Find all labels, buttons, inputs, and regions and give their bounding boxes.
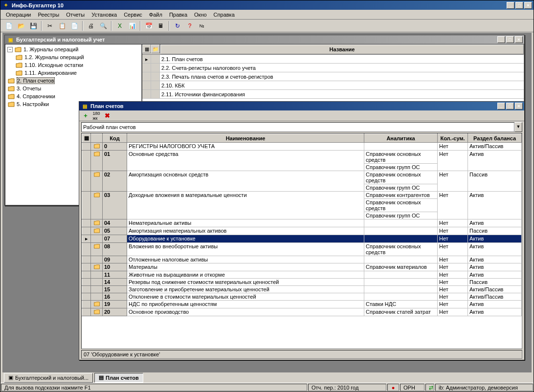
menu-registries[interactable]: Реестры: [34, 11, 63, 19]
tb-calc-icon[interactable]: 🖩: [156, 21, 166, 31]
child1-max-button[interactable]: □: [506, 36, 514, 43]
grid-tool-icon[interactable]: ▦: [142, 44, 151, 53]
col-kol[interactable]: Кол.-сум.: [438, 134, 468, 143]
table-row[interactable]: 01 Основные средства Справочник основных…: [82, 151, 522, 164]
combo-input[interactable]: [81, 122, 514, 132]
tree-root[interactable]: − 1. Журналы операций: [6, 45, 140, 53]
child2-close-button[interactable]: ×: [515, 103, 523, 109]
edit-icon[interactable]: 180жк: [92, 111, 101, 120]
close-button[interactable]: ×: [524, 2, 532, 9]
chevron-down-icon[interactable]: ▼: [514, 122, 522, 132]
tb-preview-icon[interactable]: 🔍: [98, 21, 109, 31]
table-row[interactable]: 10 Материалы Справочник материалов Нет А…: [82, 263, 522, 271]
tb-date-icon[interactable]: 📅: [143, 21, 154, 31]
col-code[interactable]: Код: [103, 134, 127, 143]
folder-icon: [7, 93, 15, 100]
folder-icon: [91, 151, 103, 171]
table-row[interactable]: 02 Амортизация основных средств Справочн…: [82, 171, 522, 184]
tree-item[interactable]: 1.2. Журналы операций: [6, 53, 140, 61]
task-accounting[interactable]: ▣Бухгалтерский и налоговый...: [4, 373, 93, 383]
grid-row[interactable]: ▸2.1. План счетов: [142, 55, 524, 64]
mdi-taskbar: ▣Бухгалтерский и налоговый... ▤План счет…: [2, 372, 532, 383]
table-row[interactable]: 11 Животные на выращивании и откорме Нет…: [82, 271, 522, 279]
tree-item-plan[interactable]: 2. План счетов: [6, 77, 140, 85]
tb-open-icon[interactable]: 📂: [16, 21, 26, 31]
folder-icon: [7, 85, 15, 92]
child1-close-button[interactable]: ×: [515, 36, 523, 43]
folder-icon: [91, 286, 103, 293]
table-row[interactable]: 08 Вложения во внеоборотные активы Справ…: [82, 243, 522, 256]
col-bal[interactable]: Раздел баланса: [468, 134, 522, 143]
folder-icon: [91, 308, 103, 316]
tb-new-icon[interactable]: 📄: [3, 21, 14, 31]
plan-status: 07 'Оборудование к установке': [81, 350, 522, 359]
task-plan[interactable]: ▤План счетов: [94, 373, 143, 383]
folder-icon: [7, 101, 15, 108]
folder-icon: [91, 235, 103, 243]
table-row[interactable]: 14 Резервы под снижение стоимости матери…: [82, 279, 522, 286]
tb-paste-icon[interactable]: 📄: [69, 21, 80, 31]
accounting-titlebar[interactable]: ▣ Бухгалтерский и налоговый учет _ □ ×: [5, 35, 524, 44]
status-conn-icon: ⇄: [425, 384, 434, 391]
menu-service[interactable]: Сервис: [120, 11, 146, 19]
table-row[interactable]: 16 Отклонение в стоимости материальных ц…: [82, 293, 522, 301]
table-row[interactable]: 04 Нематериальные активы Нет Актив: [82, 219, 522, 227]
tb-sql-icon[interactable]: N₂: [197, 21, 207, 31]
menu-window[interactable]: Окно: [191, 11, 210, 19]
table-row[interactable]: 09 Отложенные налоговые активы Нет Актив: [82, 256, 522, 263]
plan-combo[interactable]: ▼: [81, 122, 522, 132]
col-tool[interactable]: ▦: [82, 134, 91, 143]
col-name[interactable]: Наименование: [127, 134, 364, 143]
table-row[interactable]: 15 Заготовление и приобретение материаль…: [82, 286, 522, 293]
menubar: Операции Реестры Отчеты Установка Сервис…: [0, 10, 534, 20]
main-window: ✦ Инфо-Бухгалтер 10 _ □ × Операции Реест…: [0, 0, 534, 392]
folder-icon: [7, 77, 15, 84]
folder-icon: [91, 293, 103, 301]
table-row[interactable]: 05 Амортизация нематериальных активов Не…: [82, 227, 522, 235]
tb-save-icon[interactable]: 💾: [28, 21, 39, 31]
plan-titlebar[interactable]: ▤ План счетов _ □ ×: [79, 102, 524, 110]
tree-item[interactable]: 4. Справочники: [6, 92, 140, 100]
grid-row[interactable]: 2.2. Счета-регистры налогового учета: [142, 64, 524, 72]
menu-edit[interactable]: Правка: [166, 11, 191, 19]
grid-row[interactable]: 2.3. Печать плана счетов и счетов-регист…: [142, 72, 524, 81]
tree-item[interactable]: 1.10. Исходные остатки: [6, 61, 140, 69]
tb-copy-icon[interactable]: 📋: [57, 21, 67, 31]
menu-reports[interactable]: Отчеты: [63, 11, 88, 19]
table-row[interactable]: 03 Доходные вложения в материальные ценн…: [82, 192, 522, 199]
tb-excel-icon[interactable]: X: [114, 21, 125, 31]
tb-refresh-icon[interactable]: ↻: [172, 21, 183, 31]
menu-help[interactable]: Справка: [210, 11, 238, 19]
menu-operations[interactable]: Операции: [2, 11, 34, 19]
tb-print-icon[interactable]: 🖨: [86, 21, 96, 31]
folder-open-icon: [14, 46, 22, 53]
menu-file[interactable]: Файл: [146, 11, 166, 19]
tree-item[interactable]: 1.11. Архивирование: [6, 69, 140, 77]
delete-icon[interactable]: ✖: [103, 111, 111, 120]
table-row[interactable]: 0 РЕГИСТРЫ НАЛОГОВОГО УЧЕТА Нет Актив/Па…: [82, 143, 522, 151]
statusbar: Для вызова подсказки нажмите F1 Отч. пер…: [0, 383, 534, 392]
col-anal[interactable]: Аналитика: [364, 134, 438, 143]
table-row[interactable]: ▸ 07 Оборудование к установке Нет Актив: [82, 235, 522, 243]
tb-cut-icon[interactable]: ✂: [44, 21, 55, 31]
folder-icon: [91, 301, 103, 308]
accounts-grid[interactable]: ▦ Код Наименование Аналитика Кол.-сум. Р…: [81, 133, 522, 349]
maximize-button[interactable]: □: [515, 2, 523, 9]
child2-max-button[interactable]: □: [506, 103, 514, 109]
tb-help-icon[interactable]: ?: [184, 21, 195, 31]
tb-chart-icon[interactable]: 📊: [127, 21, 137, 31]
table-row[interactable]: 19 НДС по приобретенным ценностям Ставки…: [82, 301, 522, 308]
child1-min-button[interactable]: _: [497, 36, 505, 43]
add-icon[interactable]: +: [81, 111, 90, 120]
minimize-button[interactable]: _: [507, 2, 514, 9]
child2-min-button[interactable]: _: [497, 103, 505, 109]
folder-icon: [91, 219, 103, 227]
grid-row[interactable]: 2.11. Источники финансирования: [142, 90, 524, 99]
grid-folder-icon[interactable]: 📁: [151, 44, 160, 53]
tree-item[interactable]: 3. Отчеты: [6, 85, 140, 92]
folder-icon: [91, 271, 103, 279]
menu-setup[interactable]: Установка: [88, 11, 120, 19]
grid-row[interactable]: 2.10. КБК: [142, 81, 524, 90]
table-row[interactable]: 20 Основное производство Справочник стат…: [82, 308, 522, 316]
status-period: Отч. пер.: 2010 год: [308, 384, 386, 391]
